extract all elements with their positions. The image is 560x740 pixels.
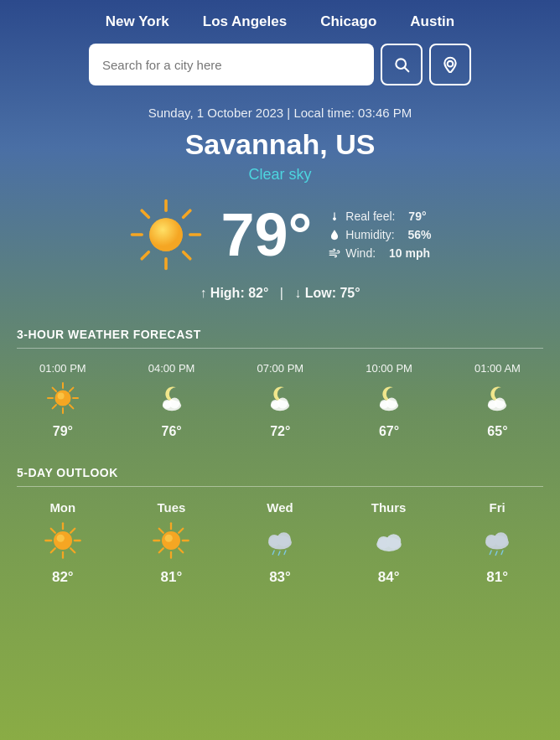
day-name: Fri [490, 500, 506, 515]
low-label: Low: [305, 286, 336, 300]
svg-line-51 [179, 529, 184, 533]
temp-details: Real feel: 79° Humidity: 56% Wind: 10 mp… [329, 210, 431, 260]
nav-item-los-angeles[interactable]: Los Angeles [203, 13, 287, 30]
svg-point-25 [169, 398, 179, 409]
svg-line-18 [70, 405, 73, 408]
top-nav: New York Los Angeles Chicago Austin [0, 0, 560, 44]
daily-forecast: Mon 82° Tues [0, 500, 560, 603]
svg-point-44 [56, 535, 64, 542]
hour-temp: 67° [379, 424, 399, 439]
search-button[interactable] [381, 44, 423, 85]
svg-point-66 [494, 532, 508, 546]
svg-line-20 [52, 405, 55, 408]
current-weather-icon [128, 197, 204, 272]
hour-icon [372, 381, 406, 417]
low-value: 75° [340, 286, 360, 300]
humidity-label: Humidity: [345, 228, 394, 241]
svg-line-40 [70, 548, 75, 552]
svg-line-60 [284, 551, 286, 555]
svg-point-28 [277, 398, 288, 409]
day-icon [261, 521, 299, 562]
svg-point-34 [495, 398, 506, 409]
hour-icon [480, 381, 514, 417]
search-icon [393, 56, 410, 73]
weather-condition: Clear sky [0, 163, 560, 197]
svg-line-67 [490, 551, 491, 555]
datetime-display: Sunday, 1 October 2023 | Local time: 03:… [0, 99, 560, 125]
svg-point-12 [150, 218, 184, 251]
hour-temp: 79° [53, 424, 73, 439]
daily-divider [17, 486, 543, 487]
day-icon [44, 521, 82, 562]
thermometer-icon [329, 210, 340, 222]
day-name: Tues [157, 500, 185, 515]
svg-line-41 [70, 529, 75, 533]
real-feel-value: 79° [408, 210, 426, 223]
daily-section-label: 5-DAY OUTLOOK [0, 456, 560, 486]
svg-line-50 [179, 548, 184, 552]
hour-icon [46, 381, 80, 417]
svg-line-58 [272, 551, 274, 555]
svg-point-54 [165, 535, 173, 542]
wind-label: Wind: [345, 246, 376, 260]
hourly-section-label: 3-HOUR WEATHER FORECAST [0, 318, 560, 348]
svg-line-39 [51, 529, 55, 533]
day-temp: 84° [378, 569, 400, 586]
hourly-item: 01:00 AM 65° [474, 362, 521, 439]
svg-line-52 [159, 548, 163, 552]
hourly-forecast: 01:00 PM 79° 04:00 PM [0, 362, 560, 456]
svg-line-42 [51, 548, 55, 552]
svg-line-49 [159, 529, 163, 533]
hour-time: 01:00 AM [474, 362, 521, 375]
svg-line-8 [184, 252, 190, 259]
hour-time: 07:00 PM [257, 362, 304, 375]
daily-item: Wed 83° [261, 500, 299, 586]
hour-icon [263, 381, 297, 417]
svg-line-10 [143, 252, 149, 259]
search-input[interactable] [89, 44, 374, 85]
humidity-value: 56% [408, 228, 432, 241]
day-name: Wed [267, 500, 293, 515]
day-name: Thurs [371, 500, 407, 515]
day-icon [370, 521, 408, 562]
wind-icon [329, 247, 340, 259]
location-button[interactable] [429, 44, 471, 85]
humidity-icon [329, 229, 340, 241]
hour-time: 10:00 PM [366, 362, 412, 375]
svg-line-59 [278, 551, 280, 556]
svg-point-63 [386, 534, 400, 548]
high-low: ↑ High: 82° | ↓ Low: 75° [0, 281, 560, 318]
nav-item-new-york[interactable]: New York [106, 13, 169, 30]
day-temp: 81° [161, 569, 183, 586]
daily-item: Thurs 84° [370, 500, 408, 586]
daily-item: Mon 82° [44, 500, 82, 586]
real-feel-label: Real feel: [345, 210, 395, 223]
svg-line-69 [501, 551, 503, 555]
day-temp: 83° [269, 569, 291, 586]
svg-line-68 [495, 551, 497, 556]
svg-point-31 [386, 398, 397, 409]
hourly-item: 10:00 PM 67° [366, 362, 412, 439]
day-temp: 82° [52, 569, 74, 586]
search-bar [0, 44, 560, 99]
high-value: 82° [248, 286, 268, 300]
location-icon [442, 56, 459, 73]
current-temp: 79° [220, 204, 312, 265]
hourly-item: 07:00 PM 72° [257, 362, 304, 439]
hourly-item: 04:00 PM 76° [148, 362, 195, 439]
svg-line-9 [184, 210, 190, 217]
hour-temp: 65° [487, 424, 507, 439]
daily-item: Tues 81° [152, 500, 190, 586]
svg-point-22 [57, 393, 64, 400]
svg-point-57 [277, 532, 291, 546]
svg-line-1 [405, 68, 409, 72]
day-icon [152, 521, 190, 562]
hour-time: 04:00 PM [148, 362, 195, 375]
svg-line-17 [52, 388, 55, 391]
day-icon [478, 521, 516, 562]
hour-temp: 72° [270, 424, 290, 439]
nav-item-austin[interactable]: Austin [410, 13, 454, 30]
nav-item-chicago[interactable]: Chicago [320, 13, 376, 30]
day-name: Mon [49, 500, 75, 515]
high-label: High: [210, 286, 245, 300]
